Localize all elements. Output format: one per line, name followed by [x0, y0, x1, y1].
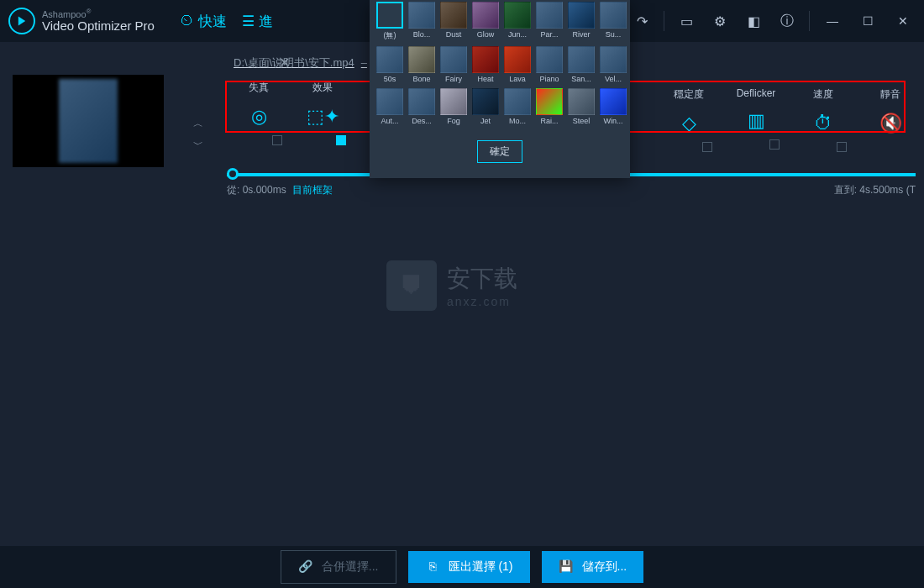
effect-label: Su...: [600, 30, 627, 39]
effect-item[interactable]: Rai...: [536, 88, 563, 125]
effect-item[interactable]: Fog: [440, 88, 467, 125]
close-button[interactable]: ✕: [890, 8, 916, 34]
tool-deflicker[interactable]: Deflicker ▥: [722, 87, 790, 155]
effect-label: Bone: [408, 75, 435, 83]
effect-item[interactable]: Steel: [568, 88, 595, 125]
effect-item[interactable]: Dust: [440, 2, 467, 41]
maximize-button[interactable]: ☐: [855, 8, 880, 34]
effect-item[interactable]: Jet: [472, 88, 499, 125]
to-label: 直到:: [834, 184, 857, 196]
watermark-url: anxz.com: [447, 295, 517, 308]
effect-item[interactable]: Lava: [504, 46, 531, 83]
effect-item[interactable]: Fairy: [440, 46, 467, 83]
tool-mute[interactable]: 靜音 🔇: [857, 87, 924, 155]
effect-thumbnail: [408, 2, 435, 29]
effect-thumbnail: [504, 46, 531, 73]
effect-label: River: [568, 30, 595, 39]
effect-label: Steel: [568, 117, 595, 125]
advanced-mode-button[interactable]: ☰ 進: [242, 12, 273, 31]
effect-item[interactable]: (無): [376, 2, 403, 41]
effect-label: Fairy: [440, 75, 467, 83]
subtitle-button[interactable]: ▭: [675, 9, 698, 33]
theme-button[interactable]: ◧: [742, 9, 765, 33]
tool-speed[interactable]: 速度 ⏱: [790, 87, 857, 155]
lines-icon: ▥: [741, 106, 771, 136]
export-button[interactable]: ⎘ 匯出選擇 (1): [408, 551, 530, 583]
app-logo: Ashampoo® Video Optimizer Pro: [8, 8, 155, 34]
effect-thumbnail: [408, 46, 435, 73]
eye-icon: ◎: [244, 102, 274, 132]
effect-label: Win...: [600, 117, 627, 125]
quick-mode-button[interactable]: ⏲ 快速: [180, 12, 227, 31]
effect-item[interactable]: Su...: [600, 2, 627, 41]
effect-thumbnail: [440, 46, 467, 73]
effect-item[interactable]: Heat: [472, 46, 499, 83]
preview-thumbnail[interactable]: [13, 75, 164, 167]
effect-thumbnail: [376, 46, 403, 73]
effect-thumbnail: [504, 2, 531, 29]
effect-item[interactable]: 50s: [376, 46, 403, 83]
effect-label: Blo...: [408, 30, 435, 39]
tool-distortion[interactable]: 失真 ◎: [227, 81, 291, 148]
effect-item[interactable]: Mo...: [504, 88, 531, 125]
tool-stability[interactable]: 穩定度 ◇: [655, 87, 722, 155]
effect-thumbnail: [472, 2, 499, 29]
speed-checkbox[interactable]: [837, 142, 847, 152]
effect-label: (無): [376, 30, 403, 41]
clock-icon: ⏲: [180, 13, 194, 29]
watermark-text: 安下载: [447, 263, 517, 295]
chevron-up-icon[interactable]: ︿: [193, 117, 206, 131]
file-path-link[interactable]: D:\桌面\说明书\安下.mp4–: [227, 56, 367, 69]
effect-item[interactable]: Bone: [408, 46, 435, 83]
effect-thumbnail: [440, 88, 467, 115]
effects-checkbox[interactable]: [336, 135, 346, 145]
timeline-handle[interactable]: [227, 168, 239, 180]
effect-label: Vel...: [600, 75, 627, 83]
magic-icon: ⬚✦: [307, 102, 338, 132]
effect-label: Rai...: [536, 117, 563, 125]
effect-label: Des...: [408, 117, 435, 125]
effect-item[interactable]: Vel...: [600, 46, 627, 83]
effect-thumbnail: [440, 2, 467, 29]
effect-item[interactable]: Blo...: [408, 2, 435, 41]
distortion-checkbox[interactable]: [272, 135, 282, 145]
redo-button[interactable]: ↷: [630, 9, 654, 33]
current-frame-link[interactable]: 目前框架: [292, 184, 333, 196]
effect-thumbnail: [568, 46, 595, 73]
settings-button[interactable]: ⚙: [708, 9, 732, 33]
effects-confirm-button[interactable]: 確定: [477, 140, 522, 163]
export-icon: ⎘: [425, 559, 440, 575]
effect-item[interactable]: River: [568, 2, 595, 41]
effect-item[interactable]: Par...: [536, 2, 563, 41]
info-button[interactable]: ⓘ: [775, 9, 799, 33]
deflicker-checkbox[interactable]: [769, 139, 780, 150]
sliders-icon: ☰: [242, 13, 255, 30]
minimize-button[interactable]: —: [820, 8, 845, 34]
merge-button[interactable]: 🔗 合併選擇...: [281, 550, 396, 584]
logo-play-icon: [8, 8, 35, 34]
divider: [664, 11, 664, 31]
effect-item[interactable]: Des...: [408, 88, 435, 125]
effect-item[interactable]: Jun...: [504, 2, 531, 41]
effect-label: Aut...: [376, 117, 403, 125]
save-icon: 💾: [559, 559, 574, 575]
effect-thumbnail: [408, 88, 435, 115]
link-icon: 🔗: [298, 559, 313, 575]
chevron-down-icon[interactable]: ﹀: [193, 138, 206, 152]
effect-item[interactable]: Piano: [536, 46, 563, 83]
footer-bar: 🔗 合併選擇... ⎘ 匯出選擇 (1) 💾 儲存到...: [0, 546, 924, 588]
effect-label: Par...: [536, 30, 563, 39]
effect-item[interactable]: San...: [568, 46, 595, 83]
gauge-icon: ⏱: [808, 108, 838, 139]
tool-effects[interactable]: 效果 ⬚✦: [291, 81, 354, 148]
effect-thumbnail: [536, 88, 563, 115]
tools-row-right: 穩定度 ◇ Deflicker ▥ 速度 ⏱ 靜音 🔇: [655, 87, 924, 155]
stability-checkbox[interactable]: [702, 142, 712, 152]
effect-item[interactable]: Aut...: [376, 88, 403, 125]
effect-thumbnail: [376, 88, 403, 115]
effect-thumbnail: [376, 2, 403, 29]
effect-item[interactable]: Glow: [472, 2, 499, 41]
preview-panel: ✕ ︿ ﹀: [0, 42, 218, 554]
save-button[interactable]: 💾 儲存到...: [542, 551, 644, 583]
effect-item[interactable]: Win...: [600, 88, 627, 125]
